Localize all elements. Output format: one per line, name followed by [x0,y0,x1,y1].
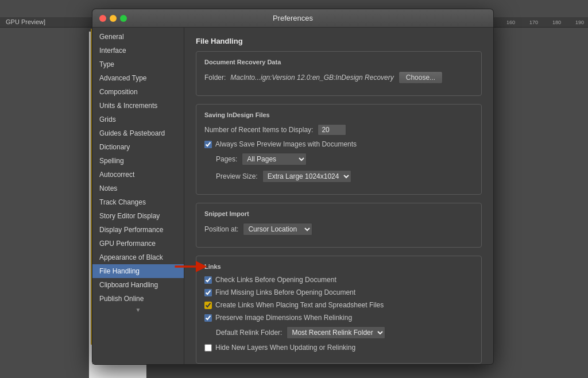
sidebar-item-track-changes[interactable]: Track Changes [92,195,184,209]
main-content: File Handling Document Recovery Data Fol… [184,28,493,364]
choose-button[interactable]: Choose... [399,71,443,84]
preview-size-select[interactable]: Extra Large 1024x1024 Large 512x512 Medi… [262,170,351,183]
red-arrow-annotation [173,260,208,273]
find-missing-label: Find Missing Links Before Opening Docume… [215,288,355,296]
folder-label: Folder: [204,74,226,82]
sidebar-scroll-arrows: ▼ [92,306,184,314]
check-links-row: Check Links Before Opening Document [204,276,473,284]
preferences-dialog: Preferences General Interface Type Advan… [92,9,494,365]
preferences-sidebar: General Interface Type Advanced Type Com… [92,28,184,364]
document-recovery-group: Document Recovery Data Folder: MacInto..… [196,51,482,96]
always-save-checkbox[interactable] [204,141,212,148]
sidebar-item-autocorrect[interactable]: Autocorrect [92,168,184,182]
sidebar-item-composition[interactable]: Composition [92,85,184,99]
dialog-titlebar: Preferences [92,9,493,28]
sidebar-item-units-increments[interactable]: Units & Increments [92,99,184,113]
sidebar-item-grids[interactable]: Grids [92,113,184,126]
document-recovery-label: Document Recovery Data [204,59,473,65]
snippet-import-group: Snippet Import Position at: Cursor Locat… [196,203,482,248]
sidebar-item-display-perf[interactable]: Display Performance [92,223,184,237]
hide-layers-row: Hide New Layers When Updating or Relinki… [204,344,473,352]
create-links-row: Create Links When Placing Text and Sprea… [204,301,473,309]
minimize-button[interactable] [110,15,117,22]
create-links-label: Create Links When Placing Text and Sprea… [215,301,384,309]
preview-size-row: Preview Size: Extra Large 1024x1024 Larg… [204,170,473,183]
section-title: File Handling [196,37,482,45]
position-select[interactable]: Cursor Location Original Location [243,223,312,236]
links-group: Links Check Links Before Opening Documen… [196,256,482,364]
ruler-tick: 170 [528,20,551,25]
preview-size-label: Preview Size: [216,172,258,180]
sidebar-item-general[interactable]: General [92,30,184,44]
folder-value: MacInto...ign:Version 12.0:en_GB:InDesig… [230,74,393,82]
links-label: Links [204,263,473,270]
sidebar-item-appearance-black[interactable]: Appearance of Black [92,250,184,264]
hide-layers-label: Hide New Layers When Updating or Relinki… [215,344,355,352]
sidebar-item-publish-online[interactable]: Publish Online [92,292,184,306]
default-relink-row: Default Relink Folder: Most Recent Relin… [204,326,473,339]
recent-items-row: Number of Recent Items to Display: [204,124,473,136]
sidebar-item-spelling[interactable]: Spelling [92,154,184,168]
find-missing-checkbox[interactable] [204,289,212,296]
sidebar-item-dictionary[interactable]: Dictionary [92,140,184,154]
position-label: Position at: [204,225,238,233]
saving-files-label: Saving InDesign Files [204,111,473,118]
pages-select[interactable]: All Pages First Page Only [242,153,307,165]
hide-layers-checkbox[interactable] [204,344,212,352]
sidebar-item-type[interactable]: Type [92,57,184,71]
sidebar-item-clipboard-handling[interactable]: Clipboard Handling [92,278,184,292]
ruler-tick: 190 [574,20,588,25]
default-relink-select[interactable]: Most Recent Relink Folder Original Folde… [287,326,385,339]
preserve-image-checkbox[interactable] [204,314,212,322]
dialog-body: General Interface Type Advanced Type Com… [92,28,493,364]
folder-row: Folder: MacInto...ign:Version 12.0:en_GB… [204,71,473,84]
default-relink-label: Default Relink Folder: [216,329,282,337]
snippet-import-label: Snippet Import [204,210,473,217]
sidebar-item-gpu-perf[interactable]: GPU Performance [92,237,184,250]
sidebar-item-guides-pasteboard[interactable]: Guides & Pasteboard [92,126,184,140]
maximize-button[interactable] [120,15,127,22]
always-save-label: Always Save Preview Images with Document… [215,140,357,148]
traffic-lights [99,15,127,22]
close-button[interactable] [99,15,106,22]
recent-items-label: Number of Recent Items to Display: [204,126,313,134]
gpu-preview-label: GPU Preview] [6,18,45,25]
pages-row: Pages: All Pages First Page Only [204,153,473,165]
pages-label: Pages: [216,155,237,163]
sidebar-item-interface[interactable]: Interface [92,44,184,57]
sidebar-item-story-editor[interactable]: Story Editor Display [92,209,184,223]
preserve-image-label: Preserve Image Dimensions When Relinking [215,314,352,322]
dialog-title: Preferences [273,14,313,22]
find-missing-row: Find Missing Links Before Opening Docume… [204,288,473,296]
sidebar-item-file-handling[interactable]: File Handling [92,264,184,278]
always-save-row: Always Save Preview Images with Document… [204,140,473,148]
create-links-checkbox[interactable] [204,302,212,309]
check-links-checkbox[interactable] [204,276,212,284]
sidebar-item-advanced-type[interactable]: Advanced Type [92,71,184,85]
sidebar-item-notes[interactable]: Notes [92,182,184,195]
position-row: Position at: Cursor Location Original Lo… [204,223,473,236]
check-links-label: Check Links Before Opening Document [215,276,336,284]
ruler-tick: 180 [551,20,574,25]
recent-items-input[interactable] [318,124,346,136]
saving-files-group: Saving InDesign Files Number of Recent I… [196,104,482,195]
ruler-tick: 160 [505,20,528,25]
preserve-image-row: Preserve Image Dimensions When Relinking [204,314,473,322]
